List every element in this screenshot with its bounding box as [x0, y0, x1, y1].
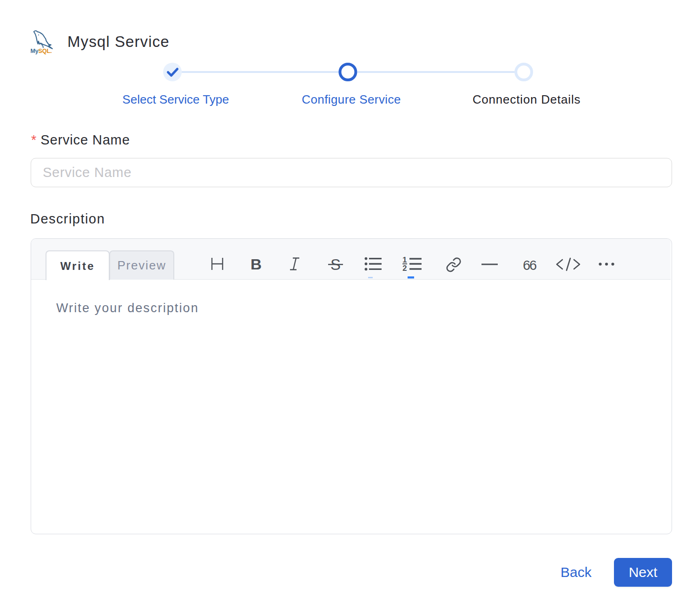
svg-text:S: S: [330, 256, 341, 273]
svg-text:B: B: [251, 256, 262, 273]
svg-text:MySQL.: MySQL.: [31, 48, 52, 54]
svg-text:1: 1: [402, 256, 407, 264]
svg-text:66: 66: [523, 258, 536, 273]
svg-text:2: 2: [402, 264, 407, 273]
